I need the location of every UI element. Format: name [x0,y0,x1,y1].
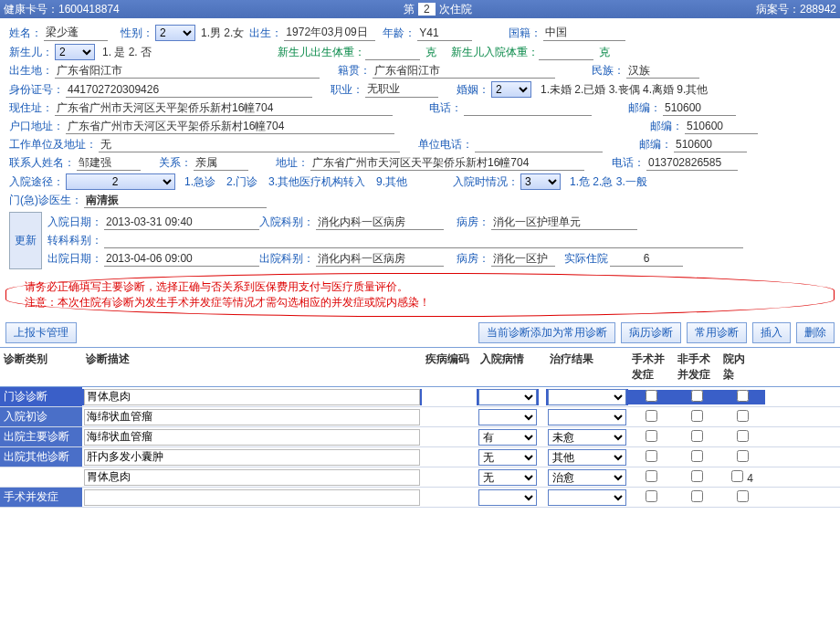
cell-cond-select[interactable] [478,489,537,506]
cell-desc-input[interactable] [84,489,420,506]
cell-nonsurg-compl-check[interactable] [691,410,703,422]
tel-label: 电话： [429,100,462,116]
discharge-ward-label: 病房： [457,251,489,267]
cell-desc-input[interactable] [84,469,420,486]
add-common-diag-button[interactable]: 当前诊断添加为常用诊断 [478,322,615,343]
los-field[interactable] [610,251,683,267]
birth-weight-field[interactable] [365,45,420,60]
table-row[interactable]: 入院初诊 [0,407,840,427]
cell-nosocomial-check[interactable] [737,490,749,502]
update-button[interactable]: 更新 [9,212,42,269]
cell-cond-select[interactable]: 无 [478,449,537,466]
transfer-dept-field[interactable] [104,233,743,248]
newborn-select[interactable]: 2 [55,44,95,60]
discharge-date-field[interactable] [104,251,259,267]
table-row[interactable]: 无治愈4 [0,467,840,488]
cell-nonsurg-compl-check[interactable] [691,470,703,482]
record-value: 288942 [800,3,836,16]
cell-cond-select[interactable] [478,389,537,405]
birthplace-label: 出生地： [9,63,53,79]
delete-button[interactable]: 删除 [796,322,835,343]
los-label: 实际住院 [564,251,608,267]
cell-res-select[interactable] [548,389,626,405]
table-row[interactable]: 出院主要诊断有未愈 [0,427,840,447]
cell-surg-compl-check[interactable] [646,430,657,442]
job-field[interactable] [365,82,438,98]
cell-surg-compl-check[interactable] [646,490,657,502]
sex-select[interactable]: 2 [155,25,195,41]
admit-date-field[interactable] [104,215,259,230]
addr2-field[interactable] [66,119,394,134]
cell-surg-compl-check[interactable] [646,450,657,462]
cell-res-select[interactable] [548,489,626,506]
name-field[interactable] [44,26,108,41]
report-card-button[interactable]: 上报卡管理 [5,322,77,343]
cell-nosocomial-check[interactable] [737,450,749,462]
work-field[interactable] [99,137,400,152]
cell-res-select[interactable] [548,409,626,425]
cell-nonsurg-compl-check[interactable] [691,450,703,462]
age-field[interactable] [417,26,472,41]
discharge-dept-field[interactable] [316,251,444,267]
cell-type: 门诊诊断 [0,387,82,406]
cell-nonsurg-compl-check[interactable] [691,430,703,442]
birthplace-field[interactable] [55,63,320,79]
contact-tel-field[interactable] [646,155,738,171]
cell-desc-input[interactable] [84,449,420,466]
table-row[interactable]: 出院其他诊断无其他 [0,447,840,467]
cell-cond-select[interactable]: 无 [478,469,537,486]
id-field[interactable] [66,82,312,98]
cell-surg-compl-check[interactable] [646,390,657,402]
admit-status-select[interactable]: 3 [520,173,561,190]
hdr-icd: 疾病编码 [422,348,477,386]
discharge-ward-field[interactable] [491,251,555,267]
outpatient-doc-field[interactable] [84,193,267,208]
zip3-field[interactable] [674,137,747,152]
age-label: 年龄： [383,26,415,41]
cell-nonsurg-compl-check[interactable] [691,490,703,502]
cell-res-select[interactable]: 未愈 [548,429,626,446]
native-field[interactable] [373,63,555,79]
native-label: 籍贯： [338,63,371,79]
history-diag-button[interactable]: 病历诊断 [621,322,681,343]
relation-field[interactable] [194,155,248,171]
common-diag-button[interactable]: 常用诊断 [687,322,747,343]
cell-nosocomial-check[interactable] [731,470,743,482]
admit-ward-field[interactable] [491,215,637,230]
cell-res-select[interactable]: 其他 [548,449,626,466]
contact-field[interactable] [77,155,141,171]
cell-desc-input[interactable] [84,409,420,425]
worktel-label: 单位电话： [418,137,473,152]
tel-field[interactable] [464,100,592,116]
hdr-cond: 入院病情 [477,348,539,386]
zip2-field[interactable] [685,119,758,134]
addr1-field[interactable] [55,100,393,116]
marital-select[interactable]: 2 [491,81,531,98]
cell-surg-compl-check[interactable] [646,410,657,422]
worktel-field[interactable] [475,137,603,152]
cell-surg-compl-check[interactable] [646,470,657,482]
contact-addr-field[interactable] [310,155,584,171]
cell-nonsurg-compl-check[interactable] [691,390,703,402]
cell-nosocomial-check[interactable] [737,410,749,422]
cell-desc-input[interactable] [84,429,420,446]
admit-dept-field[interactable] [316,215,444,230]
birth-field[interactable] [284,26,375,41]
cell-cond-select[interactable] [478,409,537,425]
health-card-label: 健康卡号： [4,2,58,17]
cell-res-select[interactable]: 治愈 [548,469,626,486]
hdr-c2: 非手术 并发症 [674,348,719,386]
admit-route-select[interactable]: 2 [66,173,175,190]
nationality-field[interactable] [543,26,625,41]
table-row[interactable]: 门诊诊断 [0,387,840,407]
visit-pre: 第 [404,2,415,17]
admit-weight-field[interactable] [539,45,593,60]
insert-button[interactable]: 插入 [752,322,791,343]
ethnic-field[interactable] [626,63,699,79]
zip1-field[interactable] [663,100,736,116]
cell-nosocomial-check[interactable] [737,390,749,402]
cell-cond-select[interactable]: 有 [478,429,537,446]
cell-desc-input[interactable] [84,389,420,405]
table-row[interactable]: 手术并发症 [0,488,840,508]
cell-nosocomial-check[interactable] [737,430,749,442]
